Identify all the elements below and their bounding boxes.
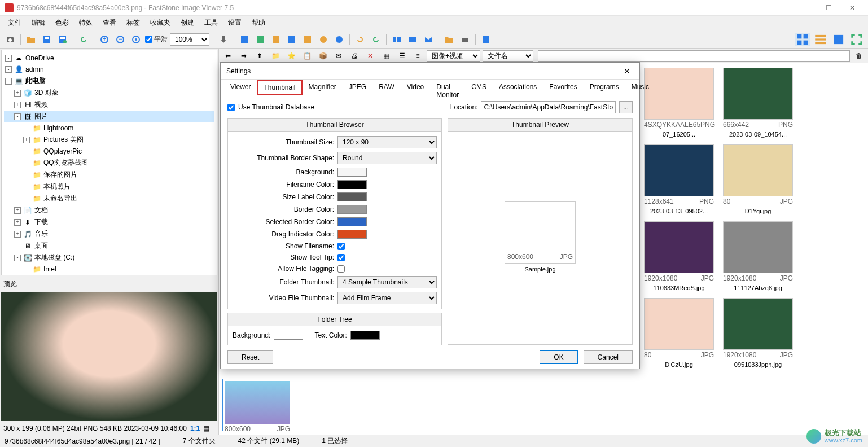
tree-node[interactable]: 📁未命名导出 [4, 192, 214, 204]
filmstrip[interactable]: 800x600JPG [219, 375, 868, 435]
acquire-icon[interactable] [3, 33, 17, 46]
tree-node[interactable]: 📁保存的图片 [4, 169, 214, 181]
menu-effects[interactable]: 特效 [74, 16, 97, 29]
tree-node[interactable]: +🧊3D 对象 [4, 87, 214, 99]
ct-list-icon[interactable]: ☰ [395, 49, 409, 63]
ct-folder-icon[interactable]: 📁 [269, 49, 282, 63]
tool-icon-5[interactable] [301, 33, 314, 46]
ft-text-swatch[interactable] [350, 331, 380, 340]
settings-tab-thumbnail[interactable]: Thumbnail [257, 80, 302, 95]
tool-icon-7[interactable] [332, 33, 346, 46]
settings-icon[interactable] [479, 33, 493, 46]
dialog-close-button[interactable]: ✕ [620, 64, 634, 78]
menu-tools[interactable]: 工具 [200, 16, 222, 29]
settings-tab-dual-monitor[interactable]: Dual Monitor [430, 80, 465, 95]
print-icon[interactable] [458, 33, 472, 46]
settings-tab-programs[interactable]: Programs [584, 80, 625, 95]
ct-print-icon[interactable]: 🖨 [348, 49, 361, 63]
show-tooltip-checkbox[interactable] [337, 254, 345, 261]
view-single-icon[interactable] [831, 33, 847, 46]
settings-tab-associations[interactable]: Associations [493, 80, 543, 95]
folder-tree[interactable]: -☁OneDrive-👤admin-💻此电脑+🧊3D 对象+🎞视频-🖼图片📁Li… [1, 50, 217, 275]
maximize-button[interactable]: ☐ [817, 1, 840, 15]
settings-tab-cms[interactable]: CMS [465, 80, 493, 95]
thumb-size-select[interactable]: 120 x 90 [337, 136, 437, 148]
tree-expand-icon[interactable]: + [14, 102, 21, 108]
ct-send-icon[interactable]: ✉ [332, 49, 345, 63]
minimize-button[interactable]: ─ [794, 1, 816, 15]
settings-tab-viewer[interactable]: Viewer [224, 80, 257, 95]
tree-node[interactable]: +📁Pictures 美图 [4, 134, 214, 146]
ct-grid-icon[interactable]: ▦ [379, 49, 393, 63]
tree-node[interactable]: +🎵音乐 [4, 228, 214, 240]
menu-file[interactable]: 文件 [3, 16, 26, 29]
tool-icon-1[interactable] [238, 33, 251, 46]
zoom-out-icon[interactable]: − [113, 33, 127, 46]
settings-tab-raw[interactable]: RAW [372, 80, 401, 95]
filmstrip-thumb-selected[interactable]: 800x600JPG [222, 379, 292, 431]
thumbnail-item[interactable]: 4SXQYKKAALE65PNG 07_16205... [642, 68, 716, 139]
menu-create[interactable]: 创建 [176, 16, 199, 29]
thumbnail-item[interactable]: 80JPG DlCzU.jpg [642, 298, 716, 369]
menu-view[interactable]: 查看 [98, 16, 121, 29]
thumbnail-item[interactable]: 80JPG D1Yqi.jpg [721, 144, 795, 216]
nav-back-icon[interactable]: ⬅ [221, 49, 235, 63]
email-icon[interactable] [422, 33, 435, 46]
tree-expand-icon[interactable]: - [5, 78, 12, 85]
tree-node[interactable]: -🖼图片 [4, 111, 214, 122]
tree-node[interactable]: -☁OneDrive [4, 52, 214, 64]
sort-select[interactable]: 文件名 [483, 50, 533, 62]
allow-tagging-checkbox[interactable] [337, 265, 345, 273]
tree-node[interactable]: -💻此电脑 [4, 75, 214, 87]
location-browse-button[interactable]: ... [619, 101, 633, 113]
tool-icon-4[interactable] [285, 33, 299, 46]
use-db-checkbox[interactable] [227, 104, 235, 111]
tree-expand-icon[interactable]: + [14, 90, 21, 97]
thumbnail-item[interactable]: 1920x1080JPG 111127Abzq8.jpg [721, 221, 795, 292]
settings-tab-music[interactable]: Music [625, 80, 655, 95]
menu-color[interactable]: 色彩 [51, 16, 73, 29]
settings-tab-jpeg[interactable]: JPEG [343, 80, 372, 95]
smooth-checkbox[interactable] [145, 36, 152, 43]
filter-type-select[interactable]: 图像+视频 [427, 50, 480, 62]
compare-icon[interactable] [390, 33, 404, 46]
tree-node[interactable]: +📄文档 [4, 204, 214, 216]
save-icon[interactable] [40, 33, 54, 46]
tree-node[interactable]: 🖥桌面 [4, 240, 214, 252]
tree-expand-icon[interactable]: + [14, 207, 21, 214]
tree-node[interactable]: +🎞视频 [4, 99, 214, 111]
video-thumb-select[interactable]: Add Film Frame [337, 292, 437, 304]
tree-expand-icon[interactable]: - [14, 113, 21, 120]
refresh-icon[interactable] [77, 33, 90, 46]
settings-tab-favorites[interactable]: Favorites [543, 80, 583, 95]
ft-bg-swatch[interactable] [274, 331, 303, 340]
zoom-in-icon[interactable]: + [98, 33, 111, 46]
tree-expand-icon[interactable]: + [23, 137, 30, 143]
tool-icon-6[interactable] [317, 33, 330, 46]
nav-up-icon[interactable]: ⬆ [253, 49, 266, 63]
pan-icon[interactable] [217, 33, 230, 46]
reset-button[interactable]: Reset [227, 350, 273, 364]
rotate-left-icon[interactable] [353, 33, 367, 46]
view-fullscreen-icon[interactable] [849, 33, 865, 46]
tree-expand-icon[interactable]: - [14, 255, 21, 261]
ratio-button[interactable]: 1:1 [190, 424, 200, 432]
ct-fav-icon[interactable]: ⭐ [284, 49, 298, 63]
tree-node[interactable]: 📁Lightroom [4, 122, 214, 134]
view-thumbnails-icon[interactable] [795, 33, 810, 46]
tree-node[interactable]: -👤admin [4, 64, 214, 75]
drag-color-swatch[interactable] [337, 230, 367, 239]
border-shape-select[interactable]: Round [337, 152, 437, 164]
menu-tags[interactable]: 标签 [122, 16, 144, 29]
preview-image[interactable] [1, 292, 217, 421]
settings-tab-video[interactable]: Video [401, 80, 430, 95]
thumbnail-item[interactable]: 1920x1080JPG 110633MReoS.jpg [642, 221, 716, 292]
folder-icon[interactable] [442, 33, 456, 46]
menu-help[interactable]: 帮助 [247, 16, 270, 29]
menu-settings[interactable]: 设置 [223, 16, 246, 29]
ok-button[interactable]: OK [540, 350, 577, 364]
bg-color-swatch[interactable] [337, 168, 367, 177]
tree-node[interactable]: 📁KDubaSoftDownloads [4, 275, 214, 275]
size-color-swatch[interactable] [337, 192, 367, 201]
rotate-right-icon[interactable] [369, 33, 383, 46]
